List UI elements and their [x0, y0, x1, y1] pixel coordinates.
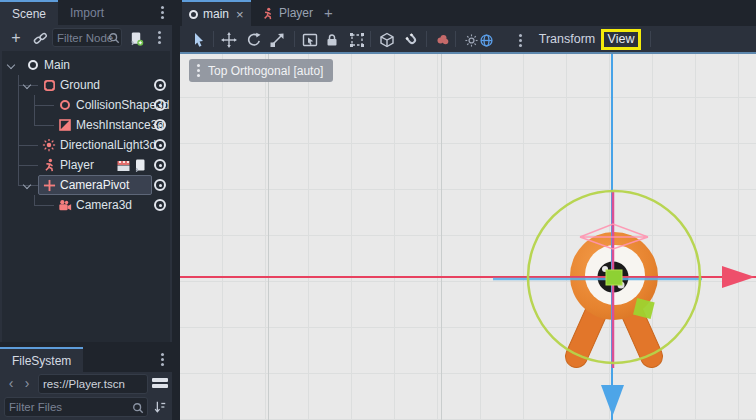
z-move-arrow[interactable]	[601, 385, 624, 416]
node-icon	[26, 58, 40, 72]
camera-3d-icon	[58, 198, 72, 212]
tree-row-camerapivot[interactable]: CameraPivot	[2, 175, 170, 195]
script-icon[interactable]	[135, 158, 146, 178]
tree-row-collisionshape[interactable]: CollisionShape3d	[2, 95, 170, 115]
list-select-tool-icon[interactable]	[299, 30, 321, 50]
tree-options-icon[interactable]	[158, 36, 161, 39]
group-icon[interactable]	[346, 30, 368, 50]
x-move-arrow[interactable]	[722, 266, 755, 288]
visibility-eye-icon[interactable]	[154, 199, 166, 211]
tree-row-meshinstance[interactable]: MeshInstance3d	[2, 115, 170, 135]
preview-environment-icon[interactable]	[475, 30, 497, 50]
scale-tool-icon[interactable]	[266, 30, 288, 50]
rotate-tool-icon[interactable]	[243, 30, 265, 50]
filter-files-field[interactable]	[4, 397, 148, 417]
tree-row-camera3d[interactable]: Camera3d	[2, 195, 170, 215]
viewport-3d[interactable]: Top Orthogonal [auto]	[180, 52, 756, 420]
scene-tab-player[interactable]: Player	[254, 0, 320, 26]
scene-dock-tabstrip: Scene Import	[0, 0, 172, 25]
viewport-view-menu[interactable]: Top Orthogonal [auto]	[189, 59, 333, 82]
select-tool-icon[interactable]	[188, 30, 210, 50]
tab-scene[interactable]: Scene	[0, 0, 58, 25]
viewport-focus-border	[180, 52, 756, 54]
transform-menu[interactable]: Transform	[535, 29, 599, 50]
collapse-icon[interactable]	[23, 181, 31, 189]
visibility-eye-icon[interactable]	[154, 99, 166, 111]
collapse-icon[interactable]	[23, 81, 31, 89]
red-blob-tool-icon[interactable]	[432, 30, 454, 50]
search-icon	[132, 402, 144, 414]
local-space-icon[interactable]	[376, 30, 398, 50]
sun-environment-options-icon[interactable]	[509, 30, 531, 50]
add-scene-tab-icon[interactable]: +	[324, 4, 333, 21]
scene-dock-toolbar: +	[0, 25, 172, 51]
tab-filesystem[interactable]: FileSystem	[0, 347, 83, 372]
visibility-eye-icon[interactable]	[154, 159, 166, 171]
history-back-icon[interactable]: ‹	[4, 375, 18, 391]
move-tool-icon[interactable]	[218, 30, 240, 50]
spatial-toolbar: Transform View	[180, 26, 756, 52]
viewport-gizmos	[180, 52, 756, 420]
close-tab-icon[interactable]: ×	[236, 7, 244, 22]
scene-tree: Main Ground CollisionShape3d MeshInst	[2, 51, 170, 342]
tree-row-ground[interactable]: Ground	[2, 75, 170, 95]
godot-editor-window: Scene Import +	[0, 0, 756, 420]
attach-script-icon[interactable]	[126, 28, 146, 48]
history-forward-icon[interactable]: ›	[20, 375, 34, 391]
main-area: main × Player +	[180, 0, 756, 420]
viewport-menu-dots-icon	[197, 69, 200, 72]
character-body-3d-icon	[42, 158, 56, 172]
directional-light-3d-icon	[42, 138, 56, 152]
player-scene-icon	[261, 7, 274, 20]
instance-scene-icon[interactable]	[30, 28, 50, 48]
dock-divider[interactable]	[172, 0, 180, 420]
marker-3d-icon	[42, 178, 56, 192]
snap-icon[interactable]	[401, 30, 423, 50]
view-menu[interactable]: View	[601, 29, 641, 50]
lock-icon[interactable]	[321, 30, 343, 50]
mesh-instance-3d-icon	[58, 118, 72, 132]
filter-files-input[interactable]	[5, 398, 147, 416]
filesystem-tabstrip: FileSystem	[0, 347, 172, 372]
dock-menu-icon[interactable]	[161, 358, 164, 361]
left-dock: Scene Import +	[0, 0, 172, 420]
collision-shape-3d-icon	[58, 98, 72, 112]
scene-icon	[189, 10, 198, 19]
visibility-eye-icon[interactable]	[154, 179, 166, 191]
visibility-eye-icon[interactable]	[154, 79, 166, 91]
file-sort-icon[interactable]	[153, 400, 167, 414]
path-input[interactable]	[39, 375, 147, 393]
toggle-split-mode-icon[interactable]	[152, 378, 168, 391]
visibility-eye-icon[interactable]	[154, 119, 166, 131]
static-body-3d-icon	[42, 78, 56, 92]
add-node-button[interactable]: +	[6, 28, 26, 48]
y-move-handle[interactable]	[606, 270, 622, 285]
search-icon	[104, 28, 124, 48]
scene-tab-main[interactable]: main ×	[182, 0, 251, 26]
tab-import[interactable]: Import	[58, 0, 116, 25]
tree-row-main[interactable]: Main	[2, 55, 170, 75]
scene-tabstrip: main × Player +	[180, 0, 756, 26]
filesystem-dock: ‹ ›	[0, 372, 172, 420]
collapse-icon[interactable]	[7, 61, 15, 69]
path-field[interactable]	[38, 374, 148, 394]
visibility-eye-icon[interactable]	[154, 139, 166, 151]
dock-menu-icon[interactable]	[161, 11, 164, 14]
